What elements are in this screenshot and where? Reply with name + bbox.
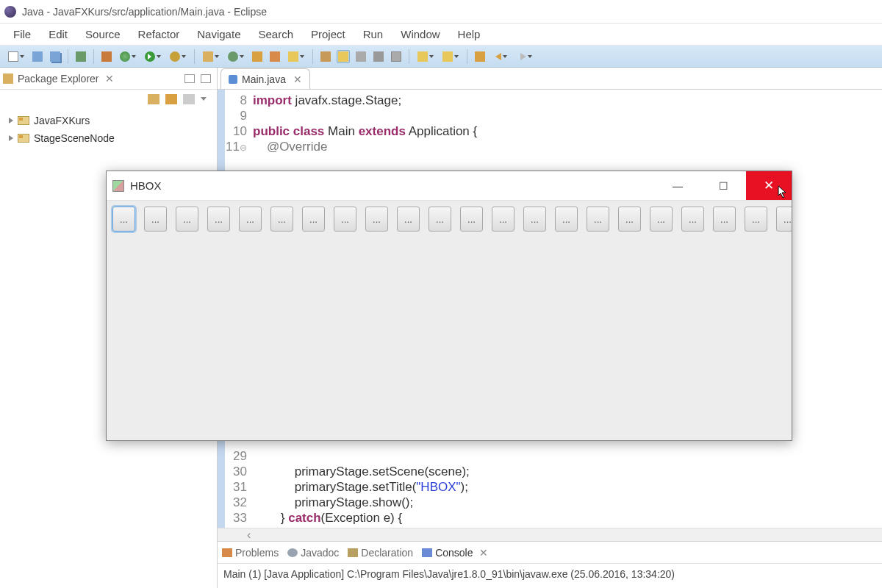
close-button[interactable]: ✕ — [746, 171, 792, 200]
hbox-button[interactable]: ... — [618, 207, 641, 232]
eclipse-titlebar: Java - JavaFXKurs/src/application/Main.j… — [0, 0, 882, 24]
menu-project[interactable]: Project — [302, 25, 354, 43]
menubar: File Edit Source Refactor Navigate Searc… — [0, 24, 882, 46]
project-tree: JavaFXKurs StageSceneNode — [0, 109, 217, 150]
collapse-all-icon[interactable] — [148, 94, 159, 104]
hbox-button[interactable]: ... — [776, 207, 792, 232]
java-file-icon — [229, 75, 237, 84]
focus-icon[interactable] — [183, 94, 195, 104]
prev-annotation-button[interactable] — [440, 50, 461, 63]
eclipse-icon — [4, 6, 16, 18]
debug-button[interactable] — [118, 50, 138, 63]
skip-breakpoints-button[interactable] — [100, 50, 113, 63]
open-perspective-button[interactable] — [74, 50, 87, 63]
hbox-button[interactable]: ... — [713, 207, 736, 232]
main-toolbar — [0, 46, 882, 68]
menu-window[interactable]: Window — [392, 25, 448, 43]
bottom-tabs: Problems Javadoc Declaration Console✕ — [218, 542, 882, 564]
last-edit-button[interactable] — [473, 50, 487, 63]
save-all-button[interactable] — [49, 50, 62, 63]
hbox-button[interactable]: ... — [650, 207, 673, 232]
view-menu-icon[interactable] — [201, 94, 212, 104]
project-icon — [18, 116, 29, 125]
menu-navigate[interactable]: Navigate — [188, 25, 249, 43]
menu-run[interactable]: Run — [354, 25, 392, 43]
open-type-button[interactable] — [251, 50, 264, 63]
hbox-button[interactable]: ... — [555, 207, 578, 232]
link-button[interactable] — [390, 50, 403, 63]
new-class-button[interactable] — [226, 50, 246, 63]
hbox-button[interactable]: ... — [334, 207, 356, 232]
chevron-right-icon[interactable] — [9, 118, 13, 123]
run-last-button[interactable] — [168, 50, 188, 63]
editor-tab[interactable]: Main.java ✕ — [220, 68, 310, 89]
hbox-button[interactable]: ... — [681, 207, 704, 232]
project-icon — [18, 134, 29, 143]
code-editor-lower[interactable]: 29 30 31 32 33 primaryStage.setScene(sce… — [218, 445, 882, 528]
hbox-button[interactable]: ... — [365, 207, 388, 232]
pin-button[interactable] — [372, 50, 385, 63]
hbox-button[interactable]: ... — [429, 207, 451, 232]
tab-declaration[interactable]: Declaration — [348, 547, 413, 559]
project-item[interactable]: StageSceneNode — [6, 129, 211, 147]
tab-problems[interactable]: Problems — [222, 547, 279, 559]
menu-edit[interactable]: Edit — [40, 25, 76, 43]
hbox-button[interactable]: ... — [745, 207, 767, 232]
back-button[interactable] — [491, 50, 512, 63]
hbox-titlebar[interactable]: HBOX — ☐ ✕ — [107, 171, 792, 201]
close-icon[interactable]: ✕ — [105, 73, 114, 85]
hbox-button[interactable]: ... — [523, 207, 546, 232]
editor-tab-label: Main.java — [242, 74, 286, 85]
javafx-app-icon — [112, 180, 124, 192]
save-button[interactable] — [31, 50, 44, 63]
hbox-button[interactable]: ... — [302, 207, 325, 232]
menu-help[interactable]: Help — [449, 25, 490, 43]
toggle-block-button[interactable] — [337, 50, 350, 63]
package-explorer-header: Package Explorer ✕ — [0, 68, 217, 90]
open-task-button[interactable] — [268, 50, 282, 63]
hbox-button[interactable]: ... — [587, 207, 609, 232]
hbox-button[interactable]: ... — [144, 207, 167, 232]
minimize-view-button[interactable] — [184, 74, 195, 83]
menu-search[interactable]: Search — [249, 25, 302, 43]
project-item[interactable]: JavaFXKurs — [6, 112, 211, 129]
new-button[interactable] — [6, 50, 26, 63]
hbox-button[interactable]: ... — [239, 207, 262, 232]
hbox-button[interactable]: ... — [397, 207, 420, 232]
menu-refactor[interactable]: Refactor — [129, 25, 189, 43]
menu-file[interactable]: File — [4, 25, 40, 43]
package-explorer-icon — [3, 74, 13, 84]
hbox-button[interactable]: ... — [460, 207, 483, 232]
tab-javadoc[interactable]: Javadoc — [287, 547, 339, 559]
menu-source[interactable]: Source — [76, 25, 129, 43]
chevron-right-icon[interactable] — [9, 135, 13, 141]
forward-button[interactable] — [516, 50, 537, 63]
close-icon[interactable]: ✕ — [293, 74, 302, 85]
hbox-title: HBOX — [130, 179, 162, 192]
hbox-button[interactable]: ... — [207, 207, 230, 232]
next-annotation-button[interactable] — [415, 50, 436, 63]
line-number-gutter: 29 30 31 32 33 — [225, 445, 250, 528]
toggle-mark-button[interactable] — [319, 50, 332, 63]
minimize-button[interactable]: — — [655, 171, 700, 200]
maximize-button[interactable]: ☐ — [700, 171, 746, 200]
link-editor-icon[interactable] — [165, 94, 177, 104]
horizontal-scrollbar[interactable]: ‹ — [218, 528, 882, 541]
hbox-button[interactable]: ... — [492, 207, 514, 232]
hbox-button[interactable]: ... — [176, 207, 198, 232]
window-title: Java - JavaFXKurs/src/application/Main.j… — [22, 6, 267, 18]
show-whitespace-button[interactable] — [354, 50, 368, 63]
code-body[interactable]: primaryStage.setScene(scene); primarySta… — [250, 445, 882, 528]
bottom-panel: Problems Javadoc Declaration Console✕ Ma… — [218, 541, 882, 588]
close-icon[interactable]: ✕ — [479, 547, 488, 559]
hbox-button[interactable]: ... — [270, 207, 293, 232]
new-package-button[interactable] — [201, 50, 221, 63]
maximize-view-button[interactable] — [201, 74, 211, 83]
hbox-button[interactable]: ... — [112, 207, 135, 232]
tab-console[interactable]: Console✕ — [422, 547, 487, 559]
package-explorer-toolbar — [0, 90, 217, 109]
search-button[interactable] — [286, 50, 306, 63]
package-explorer-title: Package Explorer — [18, 73, 99, 85]
run-button[interactable] — [143, 50, 163, 63]
hbox-window: HBOX — ☐ ✕ .............................… — [106, 171, 792, 441]
